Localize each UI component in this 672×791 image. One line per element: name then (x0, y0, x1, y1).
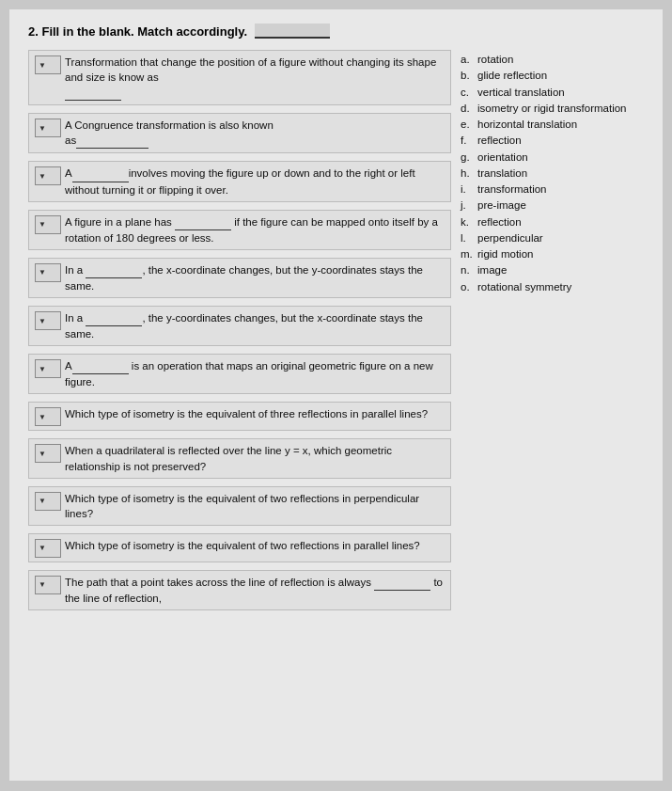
dropdown-6[interactable]: ▼ (35, 311, 61, 330)
question-2-text: A Congruence transformation is also know… (65, 118, 273, 149)
list-item: n. image (461, 262, 644, 278)
question-7-text: A is an operation that maps an original … (65, 358, 445, 389)
question-1-text: Transformation that change the position … (65, 55, 445, 101)
dropdown-9[interactable]: ▼ (35, 444, 61, 463)
answer-text-f: reflection (477, 133, 644, 149)
question-row: ▼ A involves moving the figure up or dow… (28, 161, 451, 201)
question-row: ▼ A is an operation that maps an origina… (28, 354, 451, 394)
answer-text-h: translation (477, 166, 644, 182)
list-item: j. pre-image (461, 198, 644, 214)
header-underline (255, 24, 330, 39)
dropdown-8[interactable]: ▼ (35, 407, 61, 426)
blank-line (65, 85, 121, 101)
list-item: h. translation (461, 166, 644, 182)
answer-text-l: perpendicular (477, 230, 644, 246)
question-row: ▼ The path that a point takes across the… (28, 570, 451, 610)
answer-text-a: rotation (477, 52, 644, 68)
question-header: 2. Fill in the blank. Match accordingly. (28, 24, 644, 39)
question-number-label: 2. Fill in the blank. Match accordingly. (28, 24, 247, 39)
chevron-down-icon: ▼ (39, 365, 46, 373)
answer-text-g: orientation (477, 150, 644, 166)
answer-label-l: l. (461, 230, 474, 246)
answer-text-d: isometry or rigid transformation (477, 101, 644, 117)
answer-label-h: h. (461, 166, 474, 182)
dropdown-12[interactable]: ▼ (35, 576, 61, 594)
questions-column: ▼ Transformation that change the positio… (28, 50, 451, 610)
chevron-down-icon: ▼ (39, 220, 46, 229)
answer-label-j: j. (461, 198, 474, 214)
blank-line (374, 575, 430, 591)
blank-line (76, 133, 148, 149)
dropdown-4[interactable]: ▼ (35, 215, 61, 234)
question-4-text: A figure in a plane has if the figure ca… (65, 214, 445, 245)
question-12-text: The path that a point takes across the l… (65, 575, 445, 606)
list-item: g. orientation (461, 150, 644, 166)
list-item: a. rotation (461, 52, 644, 68)
question-5-text: In a , the x-coordinate changes, but the… (65, 262, 445, 293)
chevron-down-icon: ▼ (39, 317, 46, 325)
answer-label-m: m. (461, 246, 474, 262)
dropdown-5[interactable]: ▼ (35, 263, 61, 282)
question-8-text: Which type of isometry is the equivalent… (65, 406, 428, 421)
list-item: k. reflection (461, 214, 644, 230)
blank-line (72, 166, 129, 182)
answer-text-e: horizontal translation (477, 117, 644, 133)
answer-text-j: pre-image (477, 198, 644, 214)
chevron-down-icon: ▼ (39, 497, 46, 505)
dropdown-10[interactable]: ▼ (35, 492, 61, 511)
answer-text-m: rigid motion (477, 246, 644, 262)
answer-text-b: glide reflection (477, 68, 644, 84)
answer-label-i: i. (461, 182, 474, 198)
answer-text-o: rotational symmetry (477, 279, 644, 295)
question-row: ▼ Which type of isometry is the equivale… (28, 402, 451, 431)
dropdown-11[interactable]: ▼ (35, 539, 61, 558)
list-item: m. rigid motion (461, 246, 644, 262)
dropdown-7[interactable]: ▼ (35, 359, 61, 378)
question-6-text: In a , the y-coordinates changes, but th… (65, 310, 445, 341)
dropdown-2[interactable]: ▼ (35, 119, 61, 137)
answer-label-d: d. (461, 101, 474, 117)
answer-label-g: g. (461, 150, 474, 166)
list-item: e. horizontal translation (461, 117, 644, 133)
chevron-down-icon: ▼ (39, 172, 46, 181)
answer-text-n: image (477, 262, 644, 278)
chevron-down-icon: ▼ (39, 413, 46, 421)
list-item: b. glide reflection (461, 68, 644, 84)
answer-label-b: b. (461, 68, 474, 84)
list-item: c. vertical translation (461, 85, 644, 101)
blank-line (86, 262, 142, 278)
answer-label-n: n. (461, 262, 474, 278)
chevron-down-icon: ▼ (39, 450, 46, 458)
chevron-down-icon: ▼ (39, 124, 46, 133)
question-row: ▼ In a , the x-coordinate changes, but t… (28, 258, 451, 298)
dropdown-3[interactable]: ▼ (35, 166, 61, 185)
chevron-down-icon: ▼ (39, 580, 46, 589)
blank-line (86, 310, 142, 326)
answer-list: a. rotation b. glide reflection c. verti… (461, 52, 644, 295)
page: 2. Fill in the blank. Match accordingly.… (9, 9, 663, 781)
question-3-text: A involves moving the figure up or down … (65, 166, 445, 197)
question-row: ▼ A figure in a plane has if the figure … (28, 210, 451, 250)
answers-column: a. rotation b. glide reflection c. verti… (461, 50, 644, 610)
list-item: f. reflection (461, 133, 644, 149)
question-row: ▼ Transformation that change the positio… (28, 50, 451, 105)
question-11-text: Which type of isometry is the equivalent… (65, 538, 420, 553)
answer-label-f: f. (461, 133, 474, 149)
chevron-down-icon: ▼ (39, 544, 46, 552)
answer-text-c: vertical translation (477, 85, 644, 101)
dropdown-1[interactable]: ▼ (35, 55, 61, 74)
answer-text-k: reflection (477, 214, 644, 230)
question-row: ▼ Which type of isometry is the equivale… (28, 533, 451, 562)
list-item: i. transformation (461, 182, 644, 198)
answer-label-k: k. (461, 214, 474, 230)
answer-label-e: e. (461, 117, 474, 133)
question-10-text: Which type of isometry is the equivalent… (65, 491, 445, 521)
question-9-text: When a quadrilateral is reflected over t… (65, 443, 445, 473)
list-item: o. rotational symmetry (461, 279, 644, 295)
question-row: ▼ Which type of isometry is the equivale… (28, 486, 451, 526)
blank-line (72, 358, 129, 374)
blank-line (175, 214, 231, 230)
question-row: ▼ In a , the y-coordinates changes, but … (28, 306, 451, 346)
question-row: ▼ When a quadrilateral is reflected over… (28, 438, 451, 478)
list-item: l. perpendicular (461, 230, 644, 246)
